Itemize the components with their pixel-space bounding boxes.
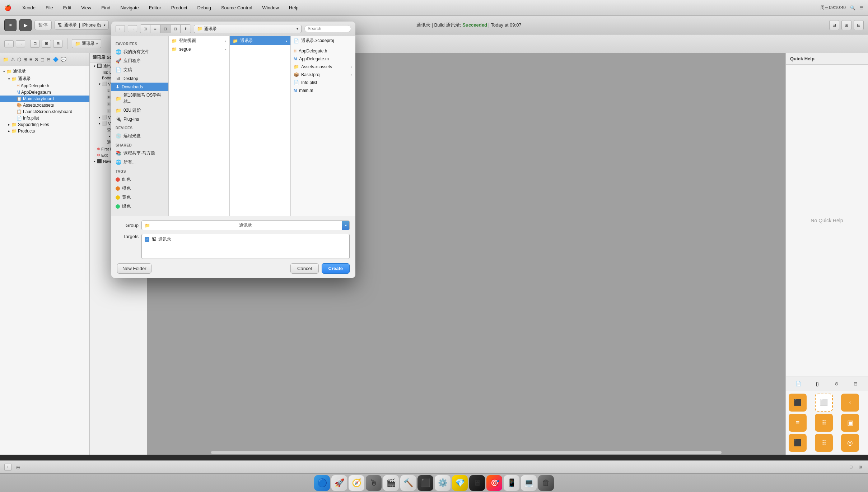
test-nav-icon[interactable]: ◻ bbox=[41, 57, 45, 62]
menu-navigate[interactable]: Navigate bbox=[118, 4, 141, 11]
dock-launchpad[interactable]: 🚀 bbox=[331, 475, 347, 491]
assistant-editor-btn[interactable]: ⊞ bbox=[42, 40, 51, 48]
add-item-button[interactable]: + bbox=[4, 464, 11, 471]
file-item-appdelegate-m[interactable]: M AppDelegate.m bbox=[291, 55, 355, 63]
dock-app3[interactable]: 💻 bbox=[521, 475, 537, 491]
sidebar-applications[interactable]: 🚀 应用程序 bbox=[111, 56, 168, 65]
menu-editor[interactable]: Editor bbox=[147, 4, 163, 11]
dock-app2[interactable]: 📱 bbox=[504, 475, 519, 491]
file-item-appdelegate-h[interactable]: H AppDelegate.h bbox=[291, 47, 355, 55]
nav-controller-icon-lib[interactable]: ⬛ bbox=[789, 434, 807, 452]
dialog-share-view[interactable]: ⬆ bbox=[181, 25, 191, 33]
file-item-info-plist[interactable]: 📄 Info.plist bbox=[291, 79, 355, 87]
version-editor-btn[interactable]: ⊟ bbox=[53, 40, 62, 48]
search-nav-icon[interactable]: ⊞ bbox=[23, 57, 27, 62]
dock-safari[interactable]: 🧭 bbox=[349, 475, 364, 491]
dock-mouse[interactable]: 🖱 bbox=[366, 475, 382, 491]
menu-window[interactable]: Window bbox=[260, 4, 281, 11]
attributes-inspector-tab[interactable]: ⊟ bbox=[851, 379, 860, 388]
sidebar-tag-orange[interactable]: 橙色 bbox=[111, 184, 168, 193]
quick-help-tab[interactable]: {} bbox=[813, 379, 822, 388]
sidebar-desktop[interactable]: 🖥 Desktop bbox=[111, 74, 168, 83]
file-item-main-m[interactable]: M main.m bbox=[291, 87, 355, 94]
sidebar-all[interactable]: 🌐 所有... bbox=[111, 158, 168, 167]
bottom-bar-nav-icon[interactable]: ⊟ bbox=[847, 464, 854, 471]
dock-trash[interactable]: 🗑 bbox=[538, 475, 554, 491]
assistant-toggle[interactable]: ⊞ bbox=[841, 20, 851, 30]
collection-icon-lib[interactable]: ⠿ bbox=[815, 414, 833, 432]
tree-assets[interactable]: 🎨 Assets.xcassets bbox=[0, 102, 89, 108]
stop-label-btn[interactable]: 暂停 bbox=[34, 20, 52, 30]
sidebar-downloads[interactable]: ⬇ Downloads bbox=[111, 83, 168, 91]
menu-debug[interactable]: Debug bbox=[195, 4, 213, 11]
tree-main-storyboard[interactable]: 📋 Main.storyboard bbox=[0, 96, 89, 102]
menu-find[interactable]: Find bbox=[99, 4, 112, 11]
dock-terminal[interactable]: ⬛ bbox=[417, 475, 433, 491]
debug-nav-icon[interactable]: ⊟ bbox=[47, 57, 51, 62]
menu-source-control[interactable]: Source Control bbox=[219, 4, 255, 11]
menu-product[interactable]: Product bbox=[169, 4, 190, 11]
dialog-icon-view[interactable]: ⊞ bbox=[140, 25, 150, 33]
dock-sketch[interactable]: 💎 bbox=[452, 475, 468, 491]
forward-button[interactable]: → bbox=[16, 40, 25, 47]
tree-supporting-files[interactable]: ▸ 📁 Supporting Files bbox=[0, 121, 89, 128]
menu-file[interactable]: File bbox=[43, 4, 55, 11]
scheme-selector[interactable]: 🏗 通讯录 | iPhone 6s ▾ bbox=[55, 20, 109, 30]
sidebar-documents[interactable]: 📄 文稿 bbox=[111, 65, 168, 74]
sidebar-tag-red[interactable]: 红色 bbox=[111, 175, 168, 184]
target-checkbox[interactable]: ✓ bbox=[145, 237, 149, 242]
warning-nav-icon[interactable]: ⚠ bbox=[11, 57, 15, 62]
dock-hammer[interactable]: 🔨 bbox=[400, 475, 416, 491]
git-nav-icon[interactable]: ≡ bbox=[29, 57, 32, 62]
file-item-tongxunlu[interactable]: 📁 通讯录 ▸ bbox=[230, 36, 290, 45]
menu-edit[interactable]: Edit bbox=[61, 4, 73, 11]
sidebar-course-share[interactable]: 📚 课程共享-马方题 bbox=[111, 149, 168, 158]
file-item-segue[interactable]: 📁 segue ▸ bbox=[169, 45, 229, 53]
page-icon-lib[interactable]: ◎ bbox=[841, 434, 859, 452]
navigator-toggle[interactable]: ⊟ bbox=[829, 20, 839, 30]
file-item-baselproj[interactable]: 📦 Base.lproj ▸ bbox=[291, 71, 355, 79]
file-item-assets[interactable]: 📁 Assets.xcassets ▸ bbox=[291, 63, 355, 71]
view-controller-icon[interactable]: ⬛ bbox=[789, 394, 807, 412]
sidebar-all-files[interactable]: 🌐 我的所有文件 bbox=[111, 47, 168, 56]
new-folder-button[interactable]: New Folder bbox=[117, 263, 151, 274]
dock-tool1[interactable]: 🎯 bbox=[486, 475, 502, 491]
tab-icon-lib[interactable]: ⠿ bbox=[815, 434, 833, 452]
sidebar-remote-disc[interactable]: 💿 远程光盘 bbox=[111, 131, 168, 140]
dialog-list-view[interactable]: ≡ bbox=[150, 25, 160, 33]
sidebar-02ui[interactable]: 📁 02UI进阶 bbox=[111, 106, 168, 115]
stop-button[interactable]: ■ bbox=[4, 19, 17, 31]
run-button[interactable]: ▶ bbox=[19, 19, 32, 31]
tree-launch-storyboard[interactable]: 📋 LaunchScreen.storyboard bbox=[0, 108, 89, 115]
bookmark-nav-icon[interactable]: ⬡ bbox=[17, 57, 21, 62]
back-button[interactable]: ← bbox=[4, 40, 14, 47]
apple-menu-icon[interactable]: 🍎 bbox=[4, 4, 11, 11]
file-item-denglu[interactable]: 📁 登陆界面 ▸ bbox=[169, 36, 229, 45]
tree-products[interactable]: ▸ 📁 Products bbox=[0, 128, 89, 134]
dock-preferences[interactable]: ⚙️ bbox=[435, 475, 451, 491]
dock-finder[interactable]: 🔵 bbox=[314, 475, 330, 491]
dialog-location-bar[interactable]: 📁 通讯录 ▾ bbox=[194, 25, 302, 33]
create-button[interactable]: Create bbox=[322, 263, 350, 274]
dialog-forward-btn[interactable]: → bbox=[128, 25, 137, 32]
circle-button[interactable]: ◎ bbox=[14, 464, 22, 471]
tree-info-plist[interactable]: 📄 Info.plist bbox=[0, 115, 89, 121]
file-inspector-tab[interactable]: 📄 bbox=[794, 379, 803, 388]
menu-xcode[interactable]: Xcode bbox=[20, 4, 38, 11]
back-icon-lib[interactable]: ‹ bbox=[841, 394, 859, 412]
standard-editor-btn[interactable]: ⊡ bbox=[30, 40, 39, 48]
table-icon-lib[interactable]: ≡ bbox=[789, 414, 807, 432]
dock-unknown[interactable]: 🖥 bbox=[469, 475, 485, 491]
menu-help[interactable]: Help bbox=[287, 4, 301, 11]
cancel-button[interactable]: Cancel bbox=[290, 263, 318, 274]
tree-appdelegate-h[interactable]: H AppDelegate.h bbox=[0, 83, 89, 89]
menu-view[interactable]: View bbox=[79, 4, 93, 11]
split-icon-lib[interactable]: ▣ bbox=[841, 414, 859, 432]
tree-group-folder[interactable]: ▾ 📁 通讯录 bbox=[0, 75, 89, 83]
location-breadcrumb[interactable]: 📁 通讯录 ▾ bbox=[72, 39, 101, 48]
sidebar-ios-course[interactable]: 📁 第13期黑马iOS学科就... bbox=[111, 91, 168, 106]
breakpoint-nav-icon[interactable]: 🔷 bbox=[53, 57, 59, 62]
folder-nav-icon[interactable]: 📁 bbox=[3, 57, 9, 62]
dock-video[interactable]: 🎬 bbox=[383, 475, 399, 491]
dialog-back-btn[interactable]: ← bbox=[116, 25, 125, 32]
